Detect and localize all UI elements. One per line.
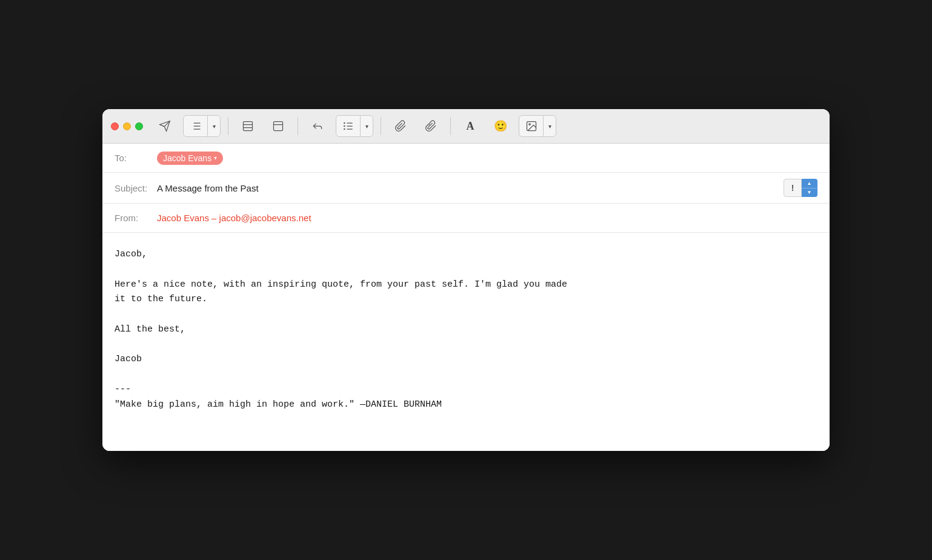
insert-image-icon bbox=[525, 120, 538, 132]
traffic-lights bbox=[111, 122, 143, 130]
svg-point-17 bbox=[344, 125, 345, 127]
insert-image-button[interactable] bbox=[519, 116, 544, 136]
svg-point-19 bbox=[428, 123, 430, 125]
separator-3 bbox=[381, 117, 381, 135]
subject-label: Subject: bbox=[115, 183, 157, 193]
svg-point-16 bbox=[344, 122, 345, 124]
insert-image-group: ▾ bbox=[519, 115, 556, 137]
reply-button[interactable] bbox=[305, 116, 330, 136]
recipient-chip[interactable]: Jacob Evans ▾ bbox=[157, 152, 223, 165]
send-button[interactable] bbox=[153, 116, 177, 136]
list-style-button[interactable] bbox=[336, 116, 361, 136]
attach-photo-button[interactable] bbox=[419, 116, 443, 136]
subject-value[interactable]: A Message from the Past bbox=[157, 183, 784, 193]
show-headers-button[interactable] bbox=[236, 116, 260, 136]
list-style-icon bbox=[342, 120, 354, 132]
list-style-group: ▾ bbox=[336, 115, 373, 137]
body-content[interactable]: Jacob, Here's a nice note, with an inspi… bbox=[115, 247, 817, 412]
separator-2 bbox=[298, 117, 298, 135]
svg-rect-8 bbox=[244, 122, 253, 131]
list-format-chevron[interactable]: ▾ bbox=[208, 116, 220, 136]
maximize-button[interactable] bbox=[135, 122, 143, 130]
stepper-up[interactable]: ▲ bbox=[802, 179, 817, 188]
reply-icon bbox=[311, 120, 324, 132]
list-icon bbox=[190, 120, 202, 132]
to-label: To: bbox=[115, 153, 157, 163]
emoji-button[interactable]: 🙂 bbox=[488, 116, 513, 136]
minimize-button[interactable] bbox=[123, 122, 131, 130]
from-label: From: bbox=[115, 213, 157, 223]
toolbar: ▾ bbox=[102, 109, 830, 144]
show-headers-icon bbox=[242, 120, 254, 132]
hide-headers-icon bbox=[272, 120, 284, 132]
priority-button[interactable]: ! bbox=[784, 179, 802, 197]
hide-headers-button[interactable] bbox=[266, 116, 290, 136]
mail-compose-window: ▾ bbox=[102, 109, 830, 451]
body-area[interactable]: Jacob, Here's a nice note, with an inspi… bbox=[102, 233, 830, 451]
svg-rect-11 bbox=[274, 122, 283, 131]
attach-photo-icon bbox=[425, 120, 437, 132]
svg-point-21 bbox=[528, 124, 530, 125]
stepper-down[interactable]: ▼ bbox=[802, 188, 817, 197]
subject-field-row: Subject: A Message from the Past ! ▲ ▼ bbox=[102, 173, 830, 204]
separator-1 bbox=[228, 117, 228, 135]
list-format-button[interactable] bbox=[184, 116, 208, 136]
stepper-control[interactable]: ▲ ▼ bbox=[802, 179, 817, 197]
recipient-name: Jacob Evans bbox=[163, 153, 211, 163]
from-value[interactable]: Jacob Evans – jacob@jacobevans.net bbox=[157, 213, 311, 223]
font-button[interactable]: A bbox=[458, 116, 482, 136]
to-field-row: To: Jacob Evans ▾ bbox=[102, 144, 830, 173]
send-icon bbox=[159, 120, 171, 132]
svg-point-18 bbox=[344, 128, 345, 130]
close-button[interactable] bbox=[111, 122, 119, 130]
compose-area: To: Jacob Evans ▾ Subject: A Message fro… bbox=[102, 144, 830, 451]
list-style-chevron[interactable]: ▾ bbox=[361, 116, 373, 136]
priority-stepper-group: ! ▲ ▼ bbox=[784, 179, 817, 197]
list-format-group: ▾ bbox=[183, 115, 221, 137]
recipient-chevron: ▾ bbox=[214, 155, 217, 161]
attach-icon bbox=[394, 120, 407, 132]
insert-image-chevron[interactable]: ▾ bbox=[544, 116, 556, 136]
from-field-row: From: Jacob Evans – jacob@jacobevans.net bbox=[102, 204, 830, 233]
separator-4 bbox=[450, 117, 451, 135]
attach-file-button[interactable] bbox=[388, 116, 413, 136]
